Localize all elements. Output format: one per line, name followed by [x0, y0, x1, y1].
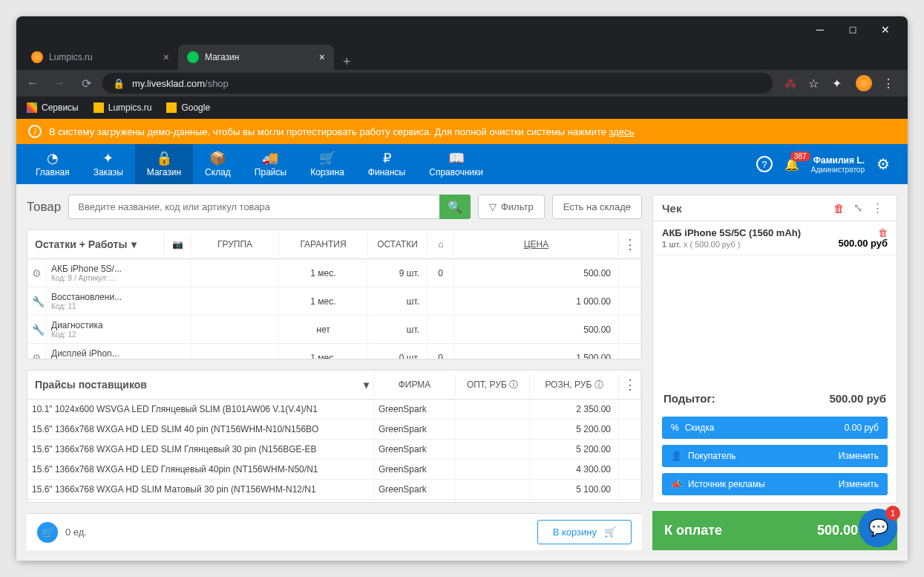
table-menu-button[interactable]: ⋮: [619, 371, 641, 399]
maximize-button[interactable]: □: [836, 19, 869, 41]
minimize-button[interactable]: ─: [804, 19, 836, 41]
product-name: 10.1" 1024x600 WSVGA LED Глянцевый SLIM …: [32, 404, 318, 414]
col-rozn[interactable]: РОЗН, РУБ ⓘ: [530, 373, 619, 397]
browser-tab-0[interactable]: Lumpics.ru ×: [22, 45, 178, 70]
col-opt[interactable]: ОПТ, РУБ ⓘ: [456, 373, 530, 397]
forward-button[interactable]: →: [49, 73, 70, 94]
home-cell: 0: [427, 344, 454, 359]
opt-cell: [456, 420, 530, 439]
home-icon[interactable]: ⌂: [427, 233, 454, 255]
window-titlebar: ─ □ ✕: [16, 16, 908, 43]
bookmark-item[interactable]: Google: [166, 102, 210, 113]
warranty-cell: нет: [279, 316, 368, 343]
tab-close-icon[interactable]: ×: [319, 51, 325, 63]
discount-button[interactable]: %Скидка0.00 руб: [662, 417, 888, 439]
table-menu-button[interactable]: ⋮: [619, 230, 641, 258]
cart-summary-icon[interactable]: 🛒: [37, 522, 58, 543]
col-stock[interactable]: ОСТАТКИ: [368, 233, 427, 255]
bookmark-apps[interactable]: Сервисы: [27, 102, 79, 113]
menu-icon[interactable]: ⋮: [882, 76, 896, 90]
search-button[interactable]: 🔍: [439, 195, 471, 219]
warranty-cell: 1 мес.: [279, 344, 368, 359]
nav-warehouse[interactable]: 📦Склад: [193, 144, 243, 184]
chat-fab[interactable]: 💬1: [859, 509, 897, 547]
settings-icon[interactable]: ⚙: [877, 155, 890, 173]
col-warranty[interactable]: ГАРАНТИЯ: [279, 233, 368, 255]
table-row[interactable]: 15.6" 1366x768 WXGA HD LED SLIM 40 pin (…: [27, 420, 641, 440]
nav-home[interactable]: ◔Главная: [24, 144, 82, 184]
search-input[interactable]: [68, 195, 439, 219]
favicon-icon: [187, 51, 199, 63]
profile-avatar[interactable]: [856, 75, 872, 91]
home-cell: [427, 316, 454, 343]
star-icon[interactable]: ☆: [808, 76, 822, 90]
product-name: 15.6" 1366x768 WXGA HD LED Глянцевый 40p…: [32, 464, 318, 475]
ruble-icon: ₽: [383, 151, 391, 166]
rozn-cell: 5 200.00: [530, 420, 619, 439]
col-price[interactable]: ЦЕНА: [454, 233, 619, 255]
close-button[interactable]: ✕: [869, 19, 902, 41]
firm-cell: GreenSpark: [374, 440, 456, 459]
new-tab-button[interactable]: +: [334, 54, 360, 70]
table-row[interactable]: 15.6" 1920x1080 WUXGA FHD LED SLIM Матов…: [27, 500, 641, 502]
item-name: Дисплей iPhon...: [51, 348, 119, 359]
table-title-dropdown[interactable]: Остатки + Работы ▾: [27, 232, 165, 256]
filter-button[interactable]: ▽Фильтр: [478, 195, 545, 219]
nav-orders[interactable]: ✦Заказы: [82, 144, 135, 184]
item-name: АКБ iPhone 5S/...: [51, 264, 122, 274]
table-row[interactable]: 15.6" 1366x768 WXGA HD LED Глянцевый 40p…: [27, 460, 641, 480]
nav-directories[interactable]: 📖Справочники: [417, 144, 495, 184]
in-stock-button[interactable]: Есть на складе: [552, 195, 642, 219]
firm-cell: GreenSpark: [374, 420, 456, 439]
ad-source-button[interactable]: 📣Источник рекламыИзменить: [662, 473, 888, 495]
price-cell: 500.00: [454, 316, 619, 343]
help-icon[interactable]: ?: [756, 156, 773, 172]
add-to-cart-button[interactable]: В корзину🛒: [537, 520, 632, 544]
tab-close-icon[interactable]: ×: [163, 51, 169, 63]
col-group[interactable]: ГРУППА: [191, 233, 279, 255]
firm-cell: GreenSpark: [374, 400, 456, 419]
notifications-button[interactable]: 🔔387: [784, 157, 799, 172]
reload-button[interactable]: ⟳: [76, 73, 96, 94]
bookmark-item[interactable]: Lumpics.ru: [94, 102, 152, 113]
table-row[interactable]: 🔧 ДиагностикаКод: 12 нет шт. 500.00: [27, 316, 641, 344]
chat-badge: 1: [885, 506, 900, 521]
table-row[interactable]: 15.6" 1366x768 WXGA HD SLIM Матовый 30 p…: [27, 480, 641, 500]
camera-button[interactable]: 📷: [165, 233, 191, 255]
receipt-item[interactable]: АКБ iPhone 5S/5C (1560 mAh) 1 шт. x ( 50…: [653, 221, 897, 255]
browser-tab-1[interactable]: Магазин ×: [178, 45, 334, 70]
box-icon: 📦: [209, 151, 226, 166]
table-row[interactable]: 10.1" 1024x600 WSVGA LED Глянцевый SLIM …: [27, 400, 641, 420]
banner-text: В систему загружены демо-данные, чтобы в…: [49, 126, 606, 137]
notif-badge: 387: [790, 151, 810, 161]
opt-cell: [456, 480, 530, 499]
nav-prices[interactable]: 🚚Прайсы: [243, 144, 298, 184]
remove-item-icon[interactable]: 🗑: [878, 227, 888, 238]
table-row[interactable]: ⚙ Дисплей iPhon...Код: 2 / Артикул: ... …: [27, 344, 641, 359]
table-row[interactable]: 15.6" 1366x768 WXGA HD LED SLIM Глянцевы…: [27, 440, 641, 460]
nav-finance[interactable]: ₽Финансы: [356, 144, 417, 184]
back-button[interactable]: ←: [22, 73, 43, 94]
table-row[interactable]: 🔧 Восстановлени...Код: 11 1 мес. шт. 1 0…: [27, 287, 641, 316]
warranty-cell: 1 мес.: [279, 287, 368, 315]
col-firm[interactable]: ФИРМА: [374, 374, 456, 396]
price-cell: 1 000.00: [454, 287, 619, 315]
extensions-icon[interactable]: ✦: [832, 76, 845, 90]
url-path: /shop: [205, 78, 229, 89]
nav-shop[interactable]: 🔒Магазин: [135, 144, 193, 184]
cart-icon: 🛒: [319, 151, 335, 166]
trash-icon[interactable]: 🗑: [829, 202, 849, 215]
translate-icon[interactable]: ⁂: [784, 76, 798, 90]
collapse-icon[interactable]: ⤡: [849, 201, 868, 215]
percent-icon: %: [671, 423, 679, 433]
customer-button[interactable]: 👤ПокупательИзменить: [662, 445, 888, 467]
address-bar[interactable]: 🔒 my.livesklad.com/shop: [102, 73, 773, 94]
receipt-menu-button[interactable]: ⋮: [868, 201, 888, 215]
row-type-icon: ⚙: [27, 344, 47, 359]
banner-link[interactable]: здесь: [609, 126, 635, 137]
supplier-prices-dropdown[interactable]: Прайсы поставщиков ▾: [27, 373, 374, 397]
table-row[interactable]: ⚙ АКБ iPhone 5S/...Код: 9 / Артикул: ...…: [27, 259, 641, 287]
row-type-icon: ⚙: [27, 259, 47, 287]
nav-cart[interactable]: 🛒Корзина: [298, 144, 356, 184]
user-menu[interactable]: Фамилия L. Администратор: [811, 155, 865, 174]
